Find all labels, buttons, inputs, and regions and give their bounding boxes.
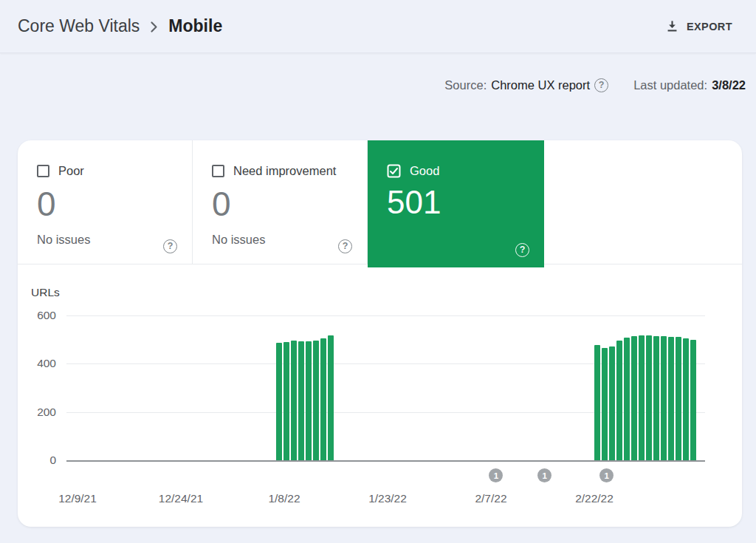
chart-x-tick-label: 12/9/21	[44, 492, 111, 505]
breadcrumb: Core Web Vitals Mobile	[18, 16, 222, 36]
chart-bar-good-urls[interactable]	[668, 337, 674, 460]
chart-bar-good-urls[interactable]	[328, 335, 334, 460]
breadcrumb-current-mobile: Mobile	[168, 16, 222, 36]
chart-bar-good-urls[interactable]	[609, 346, 615, 460]
source-label: Source:	[444, 78, 487, 92]
breadcrumb-core-web-vitals[interactable]: Core Web Vitals	[18, 16, 140, 36]
chart-y-tick-label: 200	[18, 406, 56, 419]
export-button[interactable]: EXPORT	[662, 15, 735, 38]
good-count: 501	[387, 184, 528, 221]
last-updated-label: Last updated:	[633, 78, 707, 92]
chart-bar-good-urls[interactable]	[639, 335, 645, 460]
chart-x-tick-label: 2/22/22	[561, 492, 628, 505]
chart-bar-good-urls[interactable]	[661, 336, 667, 460]
chart-x-tick-label: 12/24/21	[148, 492, 214, 505]
chart-x-tick-label: 2/7/22	[458, 492, 524, 505]
chart-y-tick-label: 400	[18, 357, 56, 370]
chart-bar-good-urls[interactable]	[284, 342, 289, 460]
last-updated-value: 3/8/22	[712, 78, 746, 92]
chart-bar-good-urls[interactable]	[291, 341, 297, 460]
chart-bar-good-urls[interactable]	[683, 338, 689, 460]
chart-bar-good-urls[interactable]	[313, 341, 319, 460]
chart-bar-good-urls[interactable]	[631, 336, 637, 460]
good-help-icon[interactable]: ?	[515, 243, 529, 257]
source-help-icon[interactable]: ?	[594, 78, 608, 92]
chart-y-axis-title: URLs	[31, 286, 60, 299]
chart-bar-good-urls[interactable]	[276, 343, 282, 460]
chart-x-axis-line	[66, 460, 705, 462]
chart-bar-good-urls[interactable]	[676, 337, 681, 460]
chart-event-marker[interactable]: 1	[599, 468, 614, 482]
chart-gridline	[66, 315, 705, 316]
chart-event-marker[interactable]: 1	[489, 468, 503, 482]
good-help: ?	[515, 242, 529, 257]
source-value: Chrome UX report	[491, 78, 590, 92]
chart-y-tick-label: 0	[18, 454, 56, 467]
report-card: Poor 0 No issues ? Need improvement 0 No…	[18, 140, 742, 527]
download-icon	[665, 19, 679, 33]
chart-bar-good-urls[interactable]	[320, 338, 326, 460]
chart-y-tick-label: 600	[18, 309, 56, 322]
chart-event-marker[interactable]: 1	[537, 468, 551, 482]
chart-bar-good-urls[interactable]	[594, 345, 600, 460]
chart-bar-good-urls[interactable]	[653, 336, 659, 460]
report-meta: Source: Chrome UX report ? Last updated:…	[444, 78, 746, 92]
good-checkbox-checked[interactable]	[387, 164, 401, 178]
chart-bar-good-urls[interactable]	[298, 341, 304, 460]
chart-bar-good-urls[interactable]	[616, 341, 622, 460]
export-label: EXPORT	[687, 21, 732, 33]
chart-x-tick-label: 1/23/22	[354, 492, 421, 505]
page-header: Core Web Vitals Mobile EXPORT	[0, 0, 756, 53]
chart-x-tick-label: 1/8/22	[251, 492, 317, 505]
chart-bar-good-urls[interactable]	[306, 341, 312, 460]
chart-bar-good-urls[interactable]	[602, 348, 608, 460]
good-label: Good	[410, 164, 439, 178]
chevron-right-icon	[150, 21, 158, 33]
chart-bar-good-urls[interactable]	[690, 340, 696, 460]
tab-good[interactable]: Good 501 ?	[368, 140, 544, 267]
chart-bar-good-urls[interactable]	[624, 338, 630, 460]
chart-bar-good-urls[interactable]	[646, 335, 652, 460]
